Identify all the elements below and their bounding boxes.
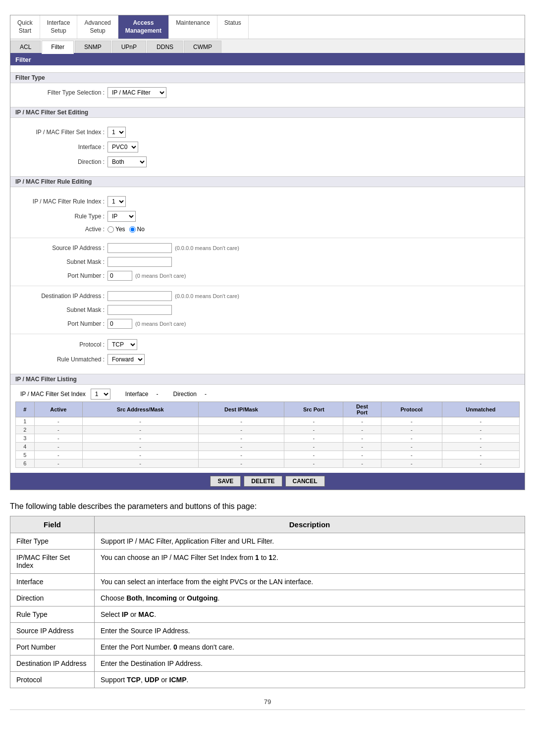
desc-field-header: Field bbox=[10, 516, 95, 533]
src-ip-group: Source IP Address : (0.0.0.0 means Don't… bbox=[10, 241, 525, 255]
dest-port-label: Port Number : bbox=[20, 320, 105, 327]
list-item: InterfaceYou can select an interface fro… bbox=[10, 574, 525, 590]
page-divider bbox=[10, 709, 525, 710]
list-item: Port NumberEnter the Port Number. 0 mean… bbox=[10, 639, 525, 655]
filter-listing-label: IP / MAC Filter Listing bbox=[10, 374, 525, 385]
router-panel: QuickStart InterfaceSetup AdvancedSetup … bbox=[10, 15, 525, 490]
protocol-label: Protocol : bbox=[20, 341, 105, 348]
table-row: 4------- bbox=[16, 443, 520, 451]
dest-port-input[interactable] bbox=[107, 319, 132, 329]
save-button[interactable]: SAVE bbox=[210, 476, 241, 487]
top-nav: QuickStart InterfaceSetup AdvancedSetup … bbox=[10, 15, 525, 39]
active-radio-group: Yes No bbox=[107, 226, 145, 233]
divider-2 bbox=[10, 286, 525, 286]
direction-label: Direction : bbox=[20, 158, 105, 165]
desc-intro: The following table describes the parame… bbox=[10, 502, 525, 511]
tab-acl[interactable]: ACL bbox=[10, 41, 41, 53]
table-row: 6------- bbox=[16, 459, 520, 468]
filter-rule-editing-label: IP / MAC Filter Rule Editing bbox=[10, 176, 525, 187]
cancel-button[interactable]: CANCEL bbox=[285, 476, 325, 487]
nav-quick-start[interactable]: QuickStart bbox=[10, 15, 40, 39]
interface-select[interactable]: PVC0PVC1LAN bbox=[107, 142, 138, 152]
col-dest-ip: Dest IP/Mask bbox=[198, 402, 284, 417]
delete-button[interactable]: DELETE bbox=[244, 476, 282, 487]
list-item: IP/MAC Filter Set IndexYou can choose an… bbox=[10, 550, 525, 574]
table-row: 2------- bbox=[16, 426, 520, 434]
list-item: Rule TypeSelect IP or MAC. bbox=[10, 606, 525, 623]
tab-snmp[interactable]: SNMP bbox=[75, 41, 111, 53]
filter-rule-editing-section: IP / MAC Filter Rule Index : 12 Rule Typ… bbox=[10, 189, 525, 372]
rule-index-select[interactable]: 12 bbox=[107, 196, 126, 207]
col-unmatched: Unmatched bbox=[442, 402, 519, 417]
filter-type-selection-group: Filter Type Selection : IP / MAC Filter … bbox=[10, 85, 525, 100]
description-section: The following table describes the parame… bbox=[10, 502, 525, 688]
dest-port-note: (0 means Don't care) bbox=[135, 321, 186, 327]
rule-index-group: IP / MAC Filter Rule Index : 12 bbox=[10, 194, 525, 209]
col-protocol: Protocol bbox=[381, 402, 442, 417]
rule-type-select[interactable]: IPMAC bbox=[107, 211, 136, 222]
list-item: DirectionChoose Both, Incoming or Outgoi… bbox=[10, 590, 525, 606]
set-index-group: IP / MAC Filter Set Index : 123 bbox=[10, 125, 525, 140]
active-group: Active : Yes No bbox=[10, 224, 525, 235]
interface-group: Interface : PVC0PVC1LAN bbox=[10, 140, 525, 154]
filter-type-label: Filter Type bbox=[10, 72, 525, 83]
listing-direction-value: - bbox=[205, 391, 207, 398]
listing-set-index-select[interactable]: 12 bbox=[91, 389, 110, 400]
rule-index-label: IP / MAC Filter Rule Index : bbox=[20, 198, 105, 205]
filter-listing-table: # Active Src Address/Mask Dest IP/Mask S… bbox=[15, 402, 520, 468]
col-dest-port: DestPort bbox=[343, 402, 381, 417]
active-no-radio[interactable] bbox=[129, 226, 136, 233]
filter-set-editing-label: IP / MAC Filter Set Editing bbox=[10, 107, 525, 118]
listing-direction-label: Direction bbox=[173, 391, 197, 398]
active-yes-label[interactable]: Yes bbox=[107, 226, 125, 233]
tab-upnp[interactable]: UPnP bbox=[112, 41, 146, 53]
dest-ip-label: Destination IP Address : bbox=[20, 293, 105, 300]
listing-set-index-label: IP / MAC Filter Set Index bbox=[20, 391, 86, 398]
src-ip-label: Source IP Address : bbox=[20, 245, 105, 252]
nav-advanced-setup[interactable]: AdvancedSetup bbox=[77, 15, 118, 39]
table-row: 5------- bbox=[16, 451, 520, 459]
tab-filter[interactable]: Filter bbox=[42, 41, 74, 54]
filter-type-select[interactable]: IP / MAC Filter Application Filter URL F… bbox=[107, 87, 166, 98]
nav-maintenance[interactable]: Maintenance bbox=[169, 15, 217, 39]
dest-subnet-input[interactable] bbox=[107, 305, 172, 315]
src-subnet-input[interactable] bbox=[107, 257, 172, 267]
description-table: Field Description Filter TypeSupport IP … bbox=[10, 516, 525, 688]
filter-set-editing-section: IP / MAC Filter Set Index : 123 Interfac… bbox=[10, 120, 525, 174]
sub-nav: ACL Filter SNMP UPnP DDNS CWMP bbox=[10, 39, 525, 54]
table-row: 3------- bbox=[16, 434, 520, 443]
rule-type-label: Rule Type : bbox=[20, 213, 105, 220]
protocol-select[interactable]: TCPUDPICMP bbox=[107, 339, 137, 350]
list-item: Source IP AddressEnter the Source IP Add… bbox=[10, 623, 525, 639]
listing-interface-label: Interface bbox=[125, 391, 149, 398]
src-port-input[interactable] bbox=[107, 271, 132, 281]
rule-unmatched-group: Rule Unmatched : ForwardDrop bbox=[10, 352, 525, 367]
src-ip-input[interactable] bbox=[107, 243, 172, 253]
interface-label: Interface : bbox=[20, 144, 105, 151]
src-port-note: (0 means Don't care) bbox=[135, 273, 186, 279]
filter-type-section: Filter Type Filter Type Selection : IP /… bbox=[10, 65, 525, 105]
tab-cwmp[interactable]: CWMP bbox=[184, 41, 221, 53]
src-port-label: Port Number : bbox=[20, 272, 105, 279]
active-yes-radio[interactable] bbox=[107, 226, 114, 233]
col-src-port: Src Port bbox=[284, 402, 343, 417]
nav-access-management[interactable]: AccessManagement bbox=[118, 15, 169, 39]
dest-ip-group: Destination IP Address : (0.0.0.0 means … bbox=[10, 289, 525, 303]
col-src-addr: Src Address/Mask bbox=[82, 402, 198, 417]
src-port-group: Port Number : (0 means Don't care) bbox=[10, 269, 525, 283]
set-index-select[interactable]: 123 bbox=[107, 127, 126, 138]
tab-ddns[interactable]: DDNS bbox=[147, 41, 183, 53]
dest-port-group: Port Number : (0 means Don't care) bbox=[10, 317, 525, 331]
list-item: Destination IP AddressEnter the Destinat… bbox=[10, 655, 525, 672]
nav-interface-setup[interactable]: InterfaceSetup bbox=[40, 15, 78, 39]
rule-unmatched-select[interactable]: ForwardDrop bbox=[107, 354, 145, 365]
list-item: ProtocolSupport TCP, UDP or ICMP. bbox=[10, 672, 525, 688]
desc-description-header: Description bbox=[95, 516, 525, 533]
active-no-label[interactable]: No bbox=[129, 226, 145, 233]
col-active: Active bbox=[34, 402, 82, 417]
direction-group: Direction : BothIncomingOutgoing bbox=[10, 154, 525, 169]
direction-select[interactable]: BothIncomingOutgoing bbox=[107, 156, 147, 167]
src-subnet-group: Subnet Mask : bbox=[10, 255, 525, 269]
dest-ip-input[interactable] bbox=[107, 291, 172, 301]
nav-status[interactable]: Status bbox=[217, 15, 249, 39]
